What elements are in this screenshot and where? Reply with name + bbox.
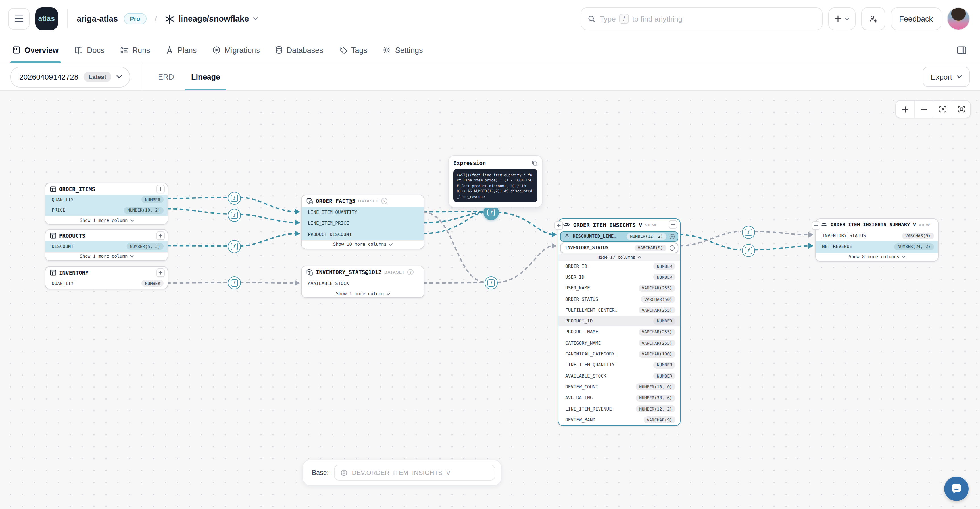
tab-label: Settings [395,46,423,54]
atlas-logo[interactable]: atlas [35,7,58,30]
column-row[interactable]: LINE_ITEM_QUANTITYNUMBER [558,359,680,370]
column-row[interactable]: QUANTITY NUMBER [45,278,168,289]
tracked-column-row[interactable]: INVENTORY_STATUS VARCHAR(9) [560,243,678,253]
column-row[interactable]: PRICE NUMBER(10, 2) [45,205,168,215]
search-input[interactable]: Type / to find anything [580,7,822,30]
expand-node-button[interactable] [156,268,165,277]
column-row[interactable]: AVAILABLE_STOCK [302,278,424,289]
zoom-in-button[interactable] [896,101,914,118]
copy-icon[interactable] [532,160,538,166]
node-header[interactable]: ORDER_ITEM_INSIGHTS_V VIEW [558,219,680,230]
node-products[interactable]: PRODUCTS DISCOUNT NUMBER(5, 2) Show 1 mo… [45,229,168,261]
column-row[interactable]: LINE_ITEM_QUANTITY [302,207,424,218]
node-order-fact[interactable]: ORDER_FACT@5 DATASET ? LINE_ITEM_QUANTIT… [301,195,425,249]
base-input[interactable]: DEV.ORDER_ITEM_INSIGHTS_V [334,464,496,480]
column-row[interactable]: PRODUCT_IDNUMBER [558,316,680,327]
migrations-icon [213,46,220,54]
invite-user-button[interactable] [861,7,885,30]
column-row[interactable]: AVAILABLE_STOCKNUMBER [558,370,680,381]
expand-node-button[interactable] [156,185,165,193]
node-header[interactable]: PRODUCTS [45,230,168,241]
node-header[interactable]: INVENTORY [45,267,168,278]
tab-label: Tags [351,46,367,54]
tab-tags[interactable]: Tags [339,38,367,62]
zoom-out-button[interactable] [914,101,933,118]
user-avatar[interactable] [947,7,970,30]
transform-fn-node[interactable]: f [228,191,240,204]
tab-runs[interactable]: Runs [121,38,150,62]
tab-erd[interactable]: ERD [157,63,175,91]
column-row[interactable]: DISCOUNT NUMBER(5, 2) [45,241,168,252]
expand-node-button[interactable] [669,220,677,229]
transform-fn-node[interactable]: f [485,276,498,289]
column-row[interactable]: REVIEW_BANDVARCHAR(9) [558,414,680,425]
feedback-button[interactable]: Feedback [891,7,941,30]
pinned-column-row[interactable]: DISCOUNTED_LINE… NUMBER(12, 2) [560,231,678,242]
create-new-button[interactable] [828,7,855,30]
node-header[interactable]: ORDER_ITEM_INSIGHTS_SUMMARY_V VIEW [816,219,938,230]
help-icon[interactable]: ? [407,269,414,275]
tab-overview[interactable]: Overview [13,38,59,62]
expand-node-left-button[interactable] [554,221,563,230]
column-row[interactable]: USER_NAMEVARCHAR(255) [558,282,680,294]
center-selection-button[interactable] [933,101,951,118]
org-name[interactable]: ariga-atlas [77,14,118,23]
column-row[interactable]: LINE_ITEM_PRICE [302,218,424,229]
lineage-canvas[interactable]: ORDER_ITEMS QUANTITY NUMBER PRICE NUMBER… [0,91,980,509]
tab-migrations[interactable]: Migrations [213,38,260,62]
node-title: INVENTORY [59,269,89,276]
export-button[interactable]: Export [923,67,970,87]
remove-column-icon[interactable] [669,234,675,239]
node-order-item-insights-summary-v[interactable]: ORDER_ITEM_INSIGHTS_SUMMARY_V VIEW INVEN… [815,219,939,261]
column-row[interactable]: AVG_RATINGNUMBER(38, 6) [558,393,680,404]
column-row[interactable]: CANONICAL_CATEGORY…VARCHAR(100) [558,349,680,360]
transform-fn-node[interactable]: f [742,225,755,239]
show-more-columns-button[interactable]: Show 8 more columns [816,252,938,261]
hide-columns-button[interactable]: Hide 17 columns [558,254,680,261]
column-row[interactable]: INVENTORY_STATUS VARCHAR(9) [816,230,938,241]
column-row[interactable]: PRODUCT_DISCOUNT [302,229,424,240]
transform-fn-node[interactable]: f [228,240,240,253]
fit-view-button[interactable] [951,101,970,118]
tab-settings[interactable]: Settings [383,38,423,62]
column-row[interactable]: LINE_ITEM_REVENUENUMBER(12, 2) [558,404,680,415]
node-title: ORDER_ITEM_INSIGHTS_V [573,222,642,228]
node-order-item-insights-v[interactable]: ORDER_ITEM_INSIGHTS_V VIEW DISCOUNTED_LI… [558,219,681,426]
show-more-columns-button[interactable]: Show 1 more column [302,289,424,298]
column-row[interactable]: ORDER_IDNUMBER [558,261,680,272]
node-header[interactable]: ORDER_ITEMS [45,183,168,195]
expand-node-left-button[interactable] [812,221,820,230]
side-panel-toggle-button[interactable] [953,41,970,59]
transform-fn-node[interactable]: f [228,276,240,289]
expression-code[interactable]: CAST(((fact.line_item_quantity * fact.li… [453,169,538,203]
remove-column-icon[interactable] [669,245,675,251]
column-row[interactable]: ORDER_STATUSVARCHAR(50) [558,294,680,305]
project-selector[interactable]: lineage/snowflake [165,14,258,24]
column-row[interactable]: QUANTITY NUMBER [45,195,168,205]
show-more-columns-button[interactable]: Show 1 more column [45,215,168,224]
tab-lineage[interactable]: Lineage [190,63,221,91]
column-row[interactable]: REVIEW_COUNTNUMBER(18, 0) [558,381,680,393]
version-selector[interactable]: 20260409142728 Latest [10,66,130,87]
show-more-columns-button[interactable]: Show 1 more column [45,252,168,260]
node-inventory-stats[interactable]: INVENTORY_STATS@1012 DATASET ? AVAILABLE… [301,266,425,298]
node-order-items[interactable]: ORDER_ITEMS QUANTITY NUMBER PRICE NUMBER… [45,183,168,225]
column-row[interactable]: NET_REVENUE NUMBER(24, 2) [816,241,938,252]
column-row[interactable]: USER_IDNUMBER [558,272,680,283]
tab-plans[interactable]: Plans [166,38,197,62]
transform-fn-node[interactable]: f [228,208,240,222]
node-header[interactable]: ORDER_FACT@5 DATASET ? [302,195,424,207]
column-row[interactable]: CATEGORY_NAMEVARCHAR(255) [558,338,680,349]
chat-widget-button[interactable] [944,477,969,501]
column-row[interactable]: FULFILLMENT_CENTER…VARCHAR(255) [558,305,680,316]
expand-node-button[interactable] [156,231,165,240]
column-row[interactable]: PRODUCT_NAMEVARCHAR(255) [558,327,680,338]
transform-fn-node[interactable]: f [742,244,755,257]
node-inventory[interactable]: INVENTORY QUANTITY NUMBER [45,266,168,289]
help-icon[interactable]: ? [381,198,387,204]
show-more-columns-button[interactable]: Show 10 more columns [302,240,424,249]
tab-databases[interactable]: Databases [276,38,323,62]
node-header[interactable]: INVENTORY_STATS@1012 DATASET ? [302,266,424,278]
tab-docs[interactable]: Docs [75,38,105,62]
hamburger-menu-button[interactable] [8,8,30,30]
